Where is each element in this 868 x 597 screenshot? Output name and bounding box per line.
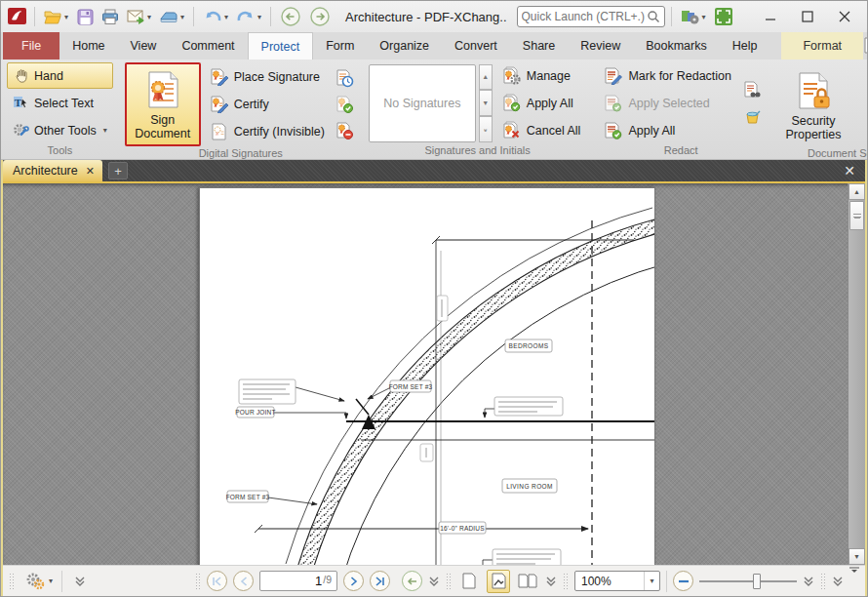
certificate-remove-icon	[335, 122, 354, 140]
certify-invisible-button[interactable]: Certify (Invisible)	[204, 119, 331, 145]
search-and-redact-button[interactable]	[740, 78, 764, 101]
zoom-slider[interactable]	[699, 572, 797, 591]
tab-view[interactable]: View	[118, 32, 170, 60]
tab-file[interactable]: File	[3, 32, 59, 60]
expand-list-button[interactable]: ⌄⌄	[479, 116, 493, 142]
history-forward-button[interactable]	[306, 5, 334, 28]
tab-form[interactable]: Form	[313, 32, 367, 60]
document-binoculars-icon	[743, 81, 762, 100]
zoom-out-button[interactable]	[673, 571, 693, 591]
document-page[interactable]: BEDROOMS LIVING ROOM FORM SET #3 FORM SE…	[199, 187, 655, 565]
scan-button[interactable]: ▾	[156, 5, 187, 28]
select-text-button[interactable]: T Select Text	[7, 90, 113, 116]
tab-format[interactable]: Format	[781, 32, 863, 60]
redact-apply-selected-button[interactable]: Apply Selected	[598, 90, 737, 116]
scroll-down-button[interactable]: ▼	[848, 548, 865, 565]
place-signature-button[interactable]: Place Signature	[204, 64, 331, 91]
pagenav-drag-handle[interactable]	[195, 573, 201, 590]
sign-document-button[interactable]: Sign Document	[125, 62, 201, 146]
more-nav-button[interactable]	[428, 576, 440, 587]
hand-tool-button[interactable]: Hand	[7, 62, 113, 89]
manage-signatures-button[interactable]: Manage	[495, 62, 587, 89]
tab-review[interactable]: Review	[568, 32, 633, 60]
tab-organize[interactable]: Organize	[367, 32, 442, 60]
zoom-slider-track[interactable]	[699, 580, 797, 582]
scroll-up-button[interactable]: ▲	[848, 183, 865, 200]
history-back-button[interactable]	[277, 5, 304, 28]
other-tools-button[interactable]: Other Tools ▾	[7, 117, 113, 143]
save-button[interactable]	[73, 5, 97, 28]
mark-for-redaction-button[interactable]: Mark for Redaction	[598, 62, 737, 89]
zoom-dropdown-icon[interactable]: ▾	[644, 572, 659, 590]
tab-home[interactable]: Home	[59, 32, 117, 60]
zoom-drag-handle[interactable]	[563, 573, 569, 590]
overflow-button[interactable]	[832, 576, 844, 587]
document-clock-icon	[335, 69, 354, 88]
more-zoom-button[interactable]	[803, 576, 814, 587]
document-canvas[interactable]: BEDROOMS LIVING ROOM FORM SET #3 FORM SE…	[3, 183, 865, 565]
quick-launch-input[interactable]	[522, 10, 647, 23]
email-button[interactable]: ▾	[124, 5, 154, 28]
close-tab-icon[interactable]: ✕	[86, 165, 95, 178]
statusbar-options-button[interactable]: ▾	[20, 570, 56, 593]
validate-all-signatures-button[interactable]	[334, 93, 357, 116]
signatures-apply-all-button[interactable]: Apply All	[495, 90, 587, 116]
close-pane-button[interactable]: ✕	[834, 163, 865, 181]
undo-button[interactable]: ▾	[200, 5, 231, 28]
open-file-button[interactable]: ▾	[41, 5, 71, 28]
layout-drag-handle[interactable]	[446, 573, 452, 590]
maximize-button[interactable]	[789, 4, 826, 29]
scrollbar-thumb[interactable]	[849, 201, 864, 230]
minimize-button[interactable]	[752, 4, 789, 29]
document-tab-architecture[interactable]: Architecture ✕	[3, 160, 102, 181]
page-number-input[interactable]: 1 /9	[259, 571, 337, 591]
tab-protect[interactable]: Protect	[248, 32, 314, 60]
zoom-level-combo[interactable]: 100% ▾	[574, 571, 660, 591]
vertical-scrollbar[interactable]: ▲ ▼	[848, 183, 865, 565]
other-tools-label: Other Tools	[34, 124, 97, 138]
redo-button[interactable]: ▾	[233, 5, 264, 28]
security-policies-button[interactable]: Security Policies	[854, 62, 868, 146]
quick-launch-box[interactable]	[517, 6, 665, 27]
certify-button[interactable]: Certify	[204, 92, 331, 118]
certificate-check-icon	[335, 96, 354, 114]
security-properties-button[interactable]: Security Properties	[775, 62, 851, 146]
next-page-button[interactable]	[343, 571, 364, 591]
clear-all-signatures-button[interactable]	[334, 119, 357, 142]
last-page-button[interactable]	[370, 571, 390, 591]
signatures-list[interactable]: No Signatures	[369, 64, 476, 142]
save-icon	[77, 9, 94, 25]
tab-bookmarks[interactable]: Bookmarks	[633, 32, 720, 60]
dropdown-arrow-icon: ▾	[702, 13, 706, 21]
print-button[interactable]	[99, 5, 122, 28]
forward-icon	[309, 6, 331, 27]
expand-statusbar-button[interactable]	[68, 570, 92, 593]
signatures-empty-text: No Signatures	[383, 97, 460, 110]
toolbar-drag-handle[interactable]	[9, 573, 15, 590]
timestamp-document-button[interactable]	[334, 66, 357, 90]
zoom-slider-thumb[interactable]	[753, 574, 761, 589]
splitter-icon[interactable]	[849, 567, 859, 575]
scroll-down-button[interactable]: ▼	[479, 90, 493, 116]
single-page-view-button[interactable]	[457, 570, 481, 593]
tab-convert[interactable]: Convert	[442, 32, 510, 60]
sanitize-document-button[interactable]	[740, 104, 764, 128]
ui-options-button[interactable]: ▾	[678, 5, 709, 28]
scroll-up-button[interactable]: ▲	[479, 64, 493, 91]
two-page-view-button[interactable]	[516, 570, 539, 593]
previous-page-button[interactable]	[233, 571, 254, 591]
tab-help[interactable]: Help	[720, 32, 770, 60]
close-button[interactable]	[826, 4, 863, 29]
fit-width-view-button[interactable]	[487, 570, 510, 593]
redact-apply-all-button[interactable]: Apply All	[598, 117, 737, 143]
fullscreen-button[interactable]	[711, 5, 736, 28]
tab-share[interactable]: Share	[510, 32, 568, 60]
more-layouts-button[interactable]	[545, 576, 557, 587]
signatures-cancel-all-button[interactable]: Cancel All	[495, 117, 587, 143]
right-drag-handle[interactable]	[820, 573, 826, 590]
first-page-button[interactable]	[207, 571, 227, 591]
previous-view-button[interactable]	[402, 571, 422, 591]
find-button[interactable]: Find...	[863, 37, 868, 55]
tab-comment[interactable]: Comment	[169, 32, 247, 60]
new-tab-button[interactable]: +	[108, 162, 128, 179]
